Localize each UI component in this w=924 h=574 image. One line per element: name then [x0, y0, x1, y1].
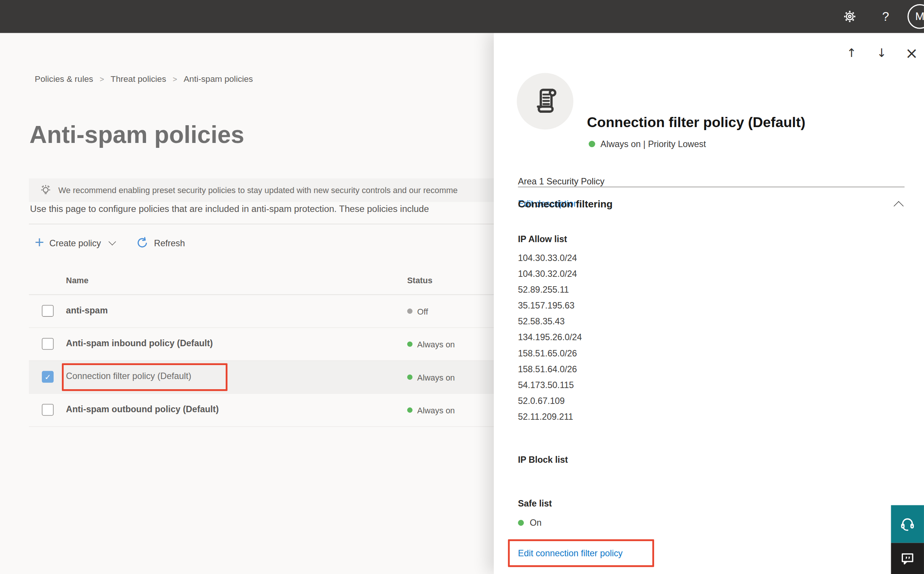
- ip-entry: 54.173.50.115: [518, 377, 582, 393]
- policy-avatar: [517, 73, 573, 130]
- breadcrumb-anti-spam-policies[interactable]: Anti-spam policies: [184, 74, 253, 84]
- chevron-down-icon: [109, 238, 116, 245]
- ip-entry: 52.0.67.109: [518, 393, 582, 408]
- down-arrow-icon: ↓: [877, 46, 886, 60]
- help-button[interactable]: ?: [876, 0, 896, 33]
- ip-entry: 52.89.255.11: [518, 281, 582, 297]
- ip-entry: 52.11.209.211: [518, 408, 582, 424]
- panel-status-line: Always on | Priority Lowest: [589, 139, 706, 149]
- policy-name[interactable]: Connection filter policy (Default): [66, 371, 191, 381]
- plus-icon: +: [35, 237, 44, 249]
- row-checkbox[interactable]: [42, 305, 54, 317]
- avatar-initial: M: [915, 10, 924, 23]
- help-icon: ?: [882, 9, 889, 24]
- policy-name[interactable]: Anti-spam outbound policy (Default): [66, 404, 219, 414]
- status-dot-on: [589, 141, 595, 147]
- red-highlight-box: Edit connection filter policy: [508, 539, 654, 567]
- status-cell: Off: [407, 295, 428, 327]
- status-cell: Always on: [407, 361, 455, 393]
- ip-entry: 104.30.33.0/24: [518, 250, 582, 265]
- breadcrumb-separator-icon: >: [172, 74, 177, 83]
- feedback-icon: [899, 550, 916, 567]
- status-dot-off: [407, 309, 413, 314]
- row-checkbox[interactable]: [42, 404, 54, 416]
- policies-table: Name Status anti-spam Off Anti-spam inbo…: [29, 268, 494, 427]
- page-title: Anti-spam policies: [29, 121, 244, 149]
- status-dot-on: [518, 520, 524, 526]
- safe-list-heading: Safe list: [518, 498, 552, 508]
- breadcrumb-policies-rules[interactable]: Policies & rules: [35, 74, 93, 84]
- ip-entry: 104.30.32.0/24: [518, 265, 582, 281]
- table-row-connection-filter-policy[interactable]: ✓ Connection filter policy (Default) Alw…: [29, 361, 494, 394]
- headset-icon: [899, 515, 916, 533]
- status-cell: Always on: [407, 328, 455, 361]
- topbar: ? M: [0, 0, 924, 33]
- next-item-button[interactable]: ↓: [875, 45, 888, 62]
- support-button[interactable]: [891, 505, 924, 543]
- details-panel: ↑ ↓ × Connection filter policy (Default): [494, 33, 924, 574]
- table-row-inbound-policy[interactable]: Anti-spam inbound policy (Default) Alway…: [29, 328, 494, 361]
- status-label: Off: [417, 307, 428, 316]
- table-row-outbound-policy[interactable]: Anti-spam outbound policy (Default) Alwa…: [29, 394, 494, 427]
- row-checkbox[interactable]: [42, 338, 54, 350]
- command-bar: + Create policy Refresh: [35, 232, 185, 253]
- checkmark-icon: ✓: [44, 372, 51, 381]
- table-row-anti-spam[interactable]: anti-spam Off: [29, 295, 494, 328]
- feedback-button[interactable]: [891, 543, 924, 574]
- ip-entry: 52.58.35.43: [518, 314, 582, 329]
- row-checkbox-checked[interactable]: ✓: [42, 371, 54, 383]
- breadcrumb-threat-policies[interactable]: Threat policies: [111, 74, 166, 84]
- banner-text: We recommend enabling preset security po…: [59, 186, 458, 195]
- panel-nav: ↑ ↓ ×: [845, 45, 918, 62]
- ip-allow-list-heading: IP Allow list: [518, 234, 567, 244]
- policy-name[interactable]: Anti-spam inbound policy (Default): [66, 338, 213, 348]
- policy-name[interactable]: anti-spam: [66, 305, 108, 315]
- close-panel-button[interactable]: ×: [905, 45, 918, 62]
- up-arrow-icon: ↑: [846, 46, 856, 60]
- previous-item-button[interactable]: ↑: [845, 45, 858, 62]
- status-cell: Always on: [407, 394, 455, 426]
- page-description: Use this page to configure policies that…: [30, 203, 429, 214]
- ip-entry: 158.51.65.0/26: [518, 345, 582, 361]
- connection-filtering-section-header[interactable]: Connection filtering: [518, 199, 904, 210]
- status-dot-on: [407, 374, 413, 380]
- ip-allow-list: 104.30.33.0/24 104.30.32.0/24 52.89.255.…: [518, 250, 582, 425]
- ip-entry: 134.195.26.0/24: [518, 329, 582, 345]
- column-header-name[interactable]: Name: [66, 276, 89, 285]
- gear-icon: [842, 9, 858, 24]
- ip-entry: 158.51.64.0/26: [518, 361, 582, 377]
- status-dot-on: [407, 341, 413, 347]
- breadcrumb: Policies & rules > Threat policies > Ant…: [35, 74, 253, 84]
- refresh-label: Refresh: [154, 238, 185, 248]
- refresh-button[interactable]: Refresh: [136, 237, 185, 249]
- edit-connection-filter-policy-link[interactable]: Edit connection filter policy: [518, 548, 622, 558]
- breadcrumb-separator-icon: >: [100, 74, 104, 83]
- ip-entry: 35.157.195.63: [518, 297, 582, 313]
- status-dot-on: [407, 407, 413, 413]
- status-label: Always on: [417, 372, 455, 382]
- refresh-icon: [136, 237, 149, 249]
- create-policy-label: Create policy: [49, 238, 101, 248]
- safe-list-status-label: On: [530, 517, 542, 528]
- status-label: Always on: [417, 405, 455, 415]
- create-policy-button[interactable]: + Create policy: [35, 237, 115, 249]
- settings-button[interactable]: [839, 0, 860, 33]
- panel-status-text: Always on | Priority Lowest: [601, 139, 706, 149]
- status-label: Always on: [417, 339, 455, 349]
- close-icon: ×: [905, 44, 918, 62]
- section-title: Connection filtering: [518, 199, 904, 210]
- app-root: ? M Policies & rules > Threat policies >…: [0, 0, 924, 574]
- ip-block-list-heading: IP Block list: [518, 454, 568, 465]
- lightbulb-icon: [39, 183, 52, 197]
- safe-list-status: On: [518, 517, 541, 528]
- scroll-icon: [528, 84, 562, 118]
- column-header-status[interactable]: Status: [407, 276, 433, 285]
- panel-title: Connection filter policy (Default): [587, 114, 805, 131]
- table-header: Name Status: [29, 268, 494, 295]
- policy-description: Area 1 Security Policy: [518, 176, 604, 186]
- account-avatar[interactable]: M: [907, 4, 924, 29]
- panel-divider: [518, 187, 904, 188]
